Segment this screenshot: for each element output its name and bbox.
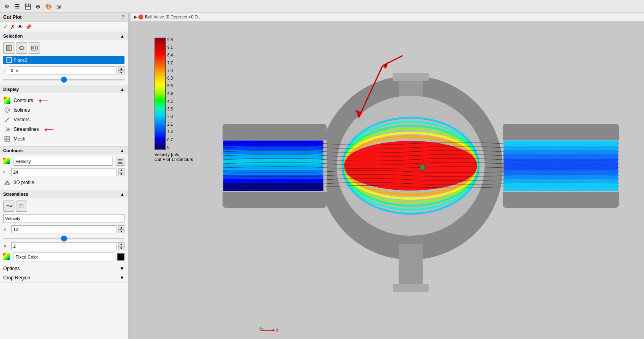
streamlines-collapse-icon[interactable]: ▲ <box>120 192 124 197</box>
svg-rect-59 <box>504 175 618 179</box>
offset-spinner[interactable]: ▲ ▼ <box>118 66 124 74</box>
surface-select-icon[interactable] <box>16 42 27 54</box>
contours-levels-down[interactable]: ▼ <box>118 172 124 176</box>
streamlines-sub-icon-1[interactable] <box>3 201 14 212</box>
contours-content: Velocity Pressure Temperature Density ≡ <box>0 154 128 190</box>
offset-slider-row <box>3 76 124 82</box>
streamlines-param-dropdown-container: Velocity Pressure <box>3 214 124 223</box>
toolbar-list-icon[interactable]: ☰ <box>13 2 22 11</box>
display-item-contours[interactable]: Contours ⟵ <box>3 96 124 105</box>
display-item-vectors[interactable]: Vectors <box>3 115 124 124</box>
toolbar-save-icon[interactable]: 💾 <box>23 2 32 11</box>
colorbar-val-14: 0 <box>167 145 173 150</box>
contours-param-dropdown-container: Velocity Pressure Temperature Density <box>14 157 112 166</box>
viewport: 9.8 9.1 8.4 7.7 7.0 6.3 5.6 4.9 4.2 3.5 … <box>130 22 644 339</box>
streamlines-header[interactable]: Streamlines ▲ <box>0 190 128 198</box>
offset-spinbox[interactable]: 0 m <box>9 66 116 74</box>
eye-icon[interactable]: 👁 <box>18 24 23 30</box>
streamlines-width-spinbox[interactable]: 2 <box>11 242 116 250</box>
display-collapse-icon[interactable]: ▲ <box>120 87 124 92</box>
top-toolbar: ⚙ ☰ 💾 ⊕ 🎨 ◎ <box>0 0 644 13</box>
streamlines-width-down[interactable]: ▼ <box>118 246 124 250</box>
streamlines-color-dropdown-container: Fixed Color Velocity Pressure <box>14 253 114 261</box>
contours-collapse-icon[interactable]: ▲ <box>120 148 124 153</box>
offset-up-btn[interactable]: ▲ <box>118 66 124 70</box>
contours-levels-spinner[interactable]: ▲ ▼ <box>118 168 124 176</box>
cancel-icon[interactable]: ✗ <box>10 24 15 30</box>
panel-title-label: Cut Plot <box>3 14 22 20</box>
streamlines-icon <box>3 125 11 133</box>
3d-profile-item[interactable]: 3D profile <box>3 178 124 187</box>
contours-header[interactable]: Contours ▲ <box>0 146 128 154</box>
svg-rect-54 <box>504 150 618 154</box>
offset-down-btn[interactable]: ▼ <box>118 70 124 74</box>
streamlines-count-spinner[interactable]: ▲ ▼ <box>118 225 124 233</box>
contours-levels-spinbox[interactable]: 24 <box>11 168 116 176</box>
crop-region-expand-icon[interactable]: ▼ <box>120 275 124 281</box>
selection-header[interactable]: Selection ▲ <box>0 32 128 40</box>
display-item-streamlines[interactable]: Streamlines ⟵ <box>3 124 124 134</box>
streamlines-slider-row <box>3 235 124 241</box>
selection-section: Selection ▲ Plane2 <box>0 32 128 85</box>
action-bar: ✓ ✗ 👁 📌 <box>0 22 128 32</box>
colorbar-val-2: 8.4 <box>167 53 173 57</box>
offset-slider[interactable] <box>3 79 124 80</box>
mesh-label: Mesh <box>14 136 25 142</box>
streamlines-width-spinner[interactable]: ▲ ▼ <box>118 242 124 250</box>
svg-point-10 <box>6 109 8 111</box>
selected-plane-label: Plane2 <box>14 58 27 62</box>
svg-point-45 <box>343 141 479 191</box>
streamlines-content: Velocity Pressure ✕ 12 ▲ ▼ <box>0 198 128 264</box>
svg-text:X: X <box>276 328 279 333</box>
contours-param-options-btn[interactable] <box>116 157 124 166</box>
streamlines-color-select[interactable]: Fixed Color Velocity Pressure <box>14 253 114 261</box>
streamlines-section: Streamlines ▲ <box>0 190 128 264</box>
svg-rect-35 <box>223 140 323 146</box>
contours-param-icon <box>3 158 10 165</box>
toolbar-crosshair-icon[interactable]: ⊕ <box>34 2 42 11</box>
selection-icons-row <box>3 42 124 54</box>
streamlines-parameter-select[interactable]: Velocity Pressure <box>3 214 124 223</box>
streamlines-width-row: ✕ 2 ▲ ▼ <box>3 242 124 250</box>
streamlines-sub-icon-2[interactable] <box>16 201 27 212</box>
confirm-icon[interactable]: ✓ <box>3 24 8 30</box>
component-select-icon[interactable] <box>29 42 40 54</box>
help-icon[interactable]: ? <box>122 14 124 20</box>
right-area: ▶ 🔴 Ball Valve (0 Degrees <0 D... 9.8 9.… <box>130 13 644 339</box>
display-header[interactable]: Display ▲ <box>0 85 128 93</box>
selected-plane-item[interactable]: Plane2 <box>3 56 124 64</box>
colorbar-val-5: 6.3 <box>167 76 173 80</box>
display-content: Contours ⟵ Isolines Vectors <box>0 93 128 146</box>
streamlines-width-up[interactable]: ▲ <box>118 242 124 246</box>
streamlines-color-swatch[interactable] <box>117 253 124 261</box>
display-item-isolines[interactable]: Isolines <box>3 105 124 115</box>
toolbar-settings-icon[interactable]: ⚙ <box>2 2 11 11</box>
ball-valve-visualization <box>211 30 631 310</box>
display-item-mesh[interactable]: Mesh <box>3 134 124 144</box>
options-expand-icon[interactable]: ▼ <box>120 266 124 271</box>
selection-collapse-icon[interactable]: ▲ <box>120 34 124 38</box>
svg-text:Y: Y <box>261 327 264 332</box>
options-section[interactable]: Options ▼ <box>0 264 128 273</box>
breadcrumb-text: ▶ 🔴 Ball Valve (0 Degrees <0 D... <box>134 14 201 20</box>
streamlines-count-up[interactable]: ▲ <box>118 225 124 229</box>
toolbar-color-icon[interactable]: 🎨 <box>44 2 53 11</box>
pin-icon[interactable]: 📌 <box>25 24 32 30</box>
svg-rect-28 <box>393 73 429 81</box>
contours-parameter-select[interactable]: Velocity Pressure Temperature Density <box>14 157 112 166</box>
streamlines-slider[interactable] <box>3 238 124 239</box>
left-panel: Cut Plot ? ✓ ✗ 👁 📌 Selection ▲ <box>0 13 128 339</box>
colorbar-labels: 9.8 9.1 8.4 7.7 7.0 6.3 5.6 4.9 4.2 3.5 … <box>167 38 173 150</box>
crop-region-section[interactable]: Crop Region ▼ <box>0 273 128 283</box>
contours-levels-up[interactable]: ▲ <box>118 168 124 172</box>
colorbar-val-7: 4.9 <box>167 91 173 96</box>
streamlines-count-down[interactable]: ▼ <box>118 229 124 233</box>
svg-rect-61 <box>504 183 618 191</box>
face-select-icon[interactable] <box>3 42 14 54</box>
colorbar-val-1: 9.1 <box>167 45 173 50</box>
vectors-icon <box>3 116 11 124</box>
svg-rect-5 <box>32 47 34 49</box>
toolbar-circle-icon[interactable]: ◎ <box>54 2 63 11</box>
streamlines-icons-row <box>3 201 124 212</box>
streamlines-count-spinbox[interactable]: 12 <box>11 225 116 233</box>
